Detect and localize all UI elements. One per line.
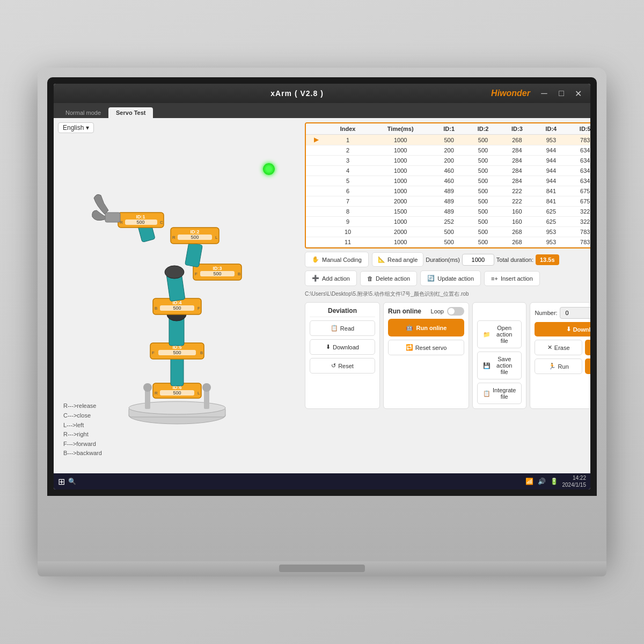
id3-cell: 268 xyxy=(500,135,534,145)
id2-cell: 500 xyxy=(466,196,500,207)
erase-all-button[interactable]: 🗑 Erase All xyxy=(585,340,590,355)
id5-cell: 322 xyxy=(568,207,590,217)
id2-cell: 500 xyxy=(466,145,500,156)
insert-icon: ≡+ xyxy=(491,275,498,282)
table-row[interactable]: 3 1000 200 500 284 944 634 852 xyxy=(306,156,590,166)
refresh-icon: 🔄 xyxy=(427,275,435,282)
action-file-panel: - 📁 Open action file 💾 Save action file xyxy=(472,302,526,409)
run-button[interactable]: 🏃 Run xyxy=(535,358,582,374)
svg-rect-13 xyxy=(171,356,184,386)
time-cell: 1000 xyxy=(369,237,431,247)
read-angle-button[interactable]: 📐 Read angle xyxy=(372,252,423,267)
insert-action-button[interactable]: ≡+ Insert action xyxy=(484,271,540,286)
table-row[interactable]: 6 1000 489 500 222 841 675 852 xyxy=(306,186,590,196)
id4-cell: 841 xyxy=(534,196,568,207)
id3-cell: 160 xyxy=(500,217,534,227)
table-row[interactable]: 2 1000 200 500 284 944 634 852 xyxy=(306,145,590,156)
read-icon: 📋 xyxy=(331,325,338,332)
id4-cell: 944 xyxy=(534,166,568,176)
table-row[interactable]: 11 1000 500 500 268 953 783 500 xyxy=(306,237,590,247)
index-cell: 5 xyxy=(327,176,369,186)
table-row[interactable]: 4 1000 460 500 284 944 634 852 xyxy=(306,166,590,176)
play-cell: ▶ xyxy=(306,135,327,145)
id3-cell: 160 xyxy=(500,207,534,217)
minimize-button[interactable]: ─ xyxy=(539,89,550,99)
open-action-file-button[interactable]: 📁 Open action file xyxy=(477,320,522,348)
integrate-file-button[interactable]: 📋 Integrate file xyxy=(477,383,522,404)
maximize-button[interactable]: □ xyxy=(556,89,567,99)
id3-cell: 222 xyxy=(500,196,534,207)
col-id1: ID:1 xyxy=(432,123,466,135)
table-row[interactable]: 9 1000 252 500 160 625 322 357 xyxy=(306,217,590,227)
id1-cell: 489 xyxy=(432,186,466,196)
robot-run-icon: 🤖 xyxy=(406,324,413,331)
erase-button[interactable]: ✕ Erase xyxy=(535,340,582,355)
id5-cell: 634 xyxy=(568,156,590,166)
delete-action-button[interactable]: 🗑 Delete action xyxy=(360,271,417,286)
svg-text:L: L xyxy=(215,235,218,240)
col-id4: ID:4 xyxy=(534,123,568,135)
play-cell xyxy=(306,145,327,156)
id1-cell: 489 xyxy=(432,207,466,217)
loop-toggle[interactable] xyxy=(447,307,464,316)
close-button[interactable]: ✕ xyxy=(573,89,584,99)
duration-input[interactable] xyxy=(462,254,494,266)
svg-text:F: F xyxy=(195,272,197,276)
action-table: Index Time(ms) ID:1 ID:2 ID:3 ID:4 ID:5 xyxy=(306,123,590,247)
language-dropdown[interactable]: English ▾ xyxy=(58,122,94,133)
tab-normal-mode[interactable]: Normal mode xyxy=(58,107,108,118)
time-cell: 2000 xyxy=(369,227,431,237)
svg-point-5 xyxy=(143,383,152,392)
svg-text:500: 500 xyxy=(191,235,199,240)
run-online-button[interactable]: 🤖 Run online xyxy=(388,319,464,336)
col-index: Index xyxy=(327,123,369,135)
legend-close: C--->close xyxy=(63,411,102,421)
svg-text:C: C xyxy=(160,220,163,225)
brand-logo: Hiwonder xyxy=(491,89,530,98)
table-row[interactable]: 8 1500 489 500 160 625 322 357 xyxy=(306,207,590,217)
deviation-reset-button[interactable]: ↺ Reset xyxy=(310,358,375,374)
play-cell xyxy=(306,156,327,166)
duration-group: 📐 Read angle Duration(ms) Total duration… xyxy=(372,252,559,267)
time-cell: 1000 xyxy=(369,186,431,196)
id5-cell: 783 xyxy=(568,227,590,237)
number-download-button[interactable]: ⬇ Download xyxy=(535,322,590,336)
deviation-read-button[interactable]: 📋 Read xyxy=(310,320,375,336)
run-icon: 🏃 xyxy=(548,363,556,370)
taskbar-search[interactable]: 🔍 xyxy=(68,478,76,485)
table-row[interactable]: 5 1000 460 500 284 944 634 852 xyxy=(306,176,590,186)
update-action-button[interactable]: 🔄 Update action xyxy=(420,270,481,286)
manual-coding-button[interactable]: ✋ Manual Coding xyxy=(305,252,369,267)
stop-button[interactable]: ⏹ Stop xyxy=(585,358,590,374)
volume-icon: 🔊 xyxy=(538,478,546,485)
play-cell xyxy=(306,176,327,186)
deviation-panel: Deviation 📋 Read ⬇ Download xyxy=(305,302,380,409)
language-label: English xyxy=(63,124,84,131)
connection-status-dot xyxy=(263,163,275,175)
play-cell xyxy=(306,237,327,247)
play-cell xyxy=(306,186,327,196)
add-action-button[interactable]: ➕ Add action xyxy=(305,270,357,286)
taskbar: ⊞ 🔍 📶 🔊 🔋 14:22 2024/1/15 xyxy=(54,473,590,489)
table-row[interactable]: 7 2000 489 500 222 841 675 325 xyxy=(306,196,590,207)
id4-cell: 953 xyxy=(534,237,568,247)
id1-cell: 200 xyxy=(432,156,466,166)
id4-cell: 944 xyxy=(534,156,568,166)
app-title: xArm ( V2.8 ) xyxy=(270,89,324,98)
integrate-icon: 📋 xyxy=(483,390,491,397)
id3-cell: 268 xyxy=(500,237,534,247)
title-bar: xArm ( V2.8 ) Hiwonder ─ □ ✕ xyxy=(54,84,590,103)
table-row[interactable]: 10 2000 500 500 268 953 783 357 xyxy=(306,227,590,237)
id1-cell: 460 xyxy=(432,176,466,186)
reset-servo-button[interactable]: 🔁 Reset servo xyxy=(388,340,464,355)
number-select[interactable]: 0 1 2 xyxy=(560,307,590,319)
table-row[interactable]: ▶ 1 1000 500 500 268 953 783 500 xyxy=(306,135,590,145)
bottom-panels: Deviation 📋 Read ⬇ Download xyxy=(305,302,590,409)
svg-text:B: B xyxy=(200,350,203,355)
save-action-file-button[interactable]: 💾 Save action file xyxy=(477,352,522,379)
id3-cell: 268 xyxy=(500,227,534,237)
tab-servo-test[interactable]: Servo Test xyxy=(108,107,153,118)
id1-cell: 252 xyxy=(432,217,466,227)
deviation-download-button[interactable]: ⬇ Download xyxy=(310,339,375,355)
start-button[interactable]: ⊞ xyxy=(58,477,65,487)
